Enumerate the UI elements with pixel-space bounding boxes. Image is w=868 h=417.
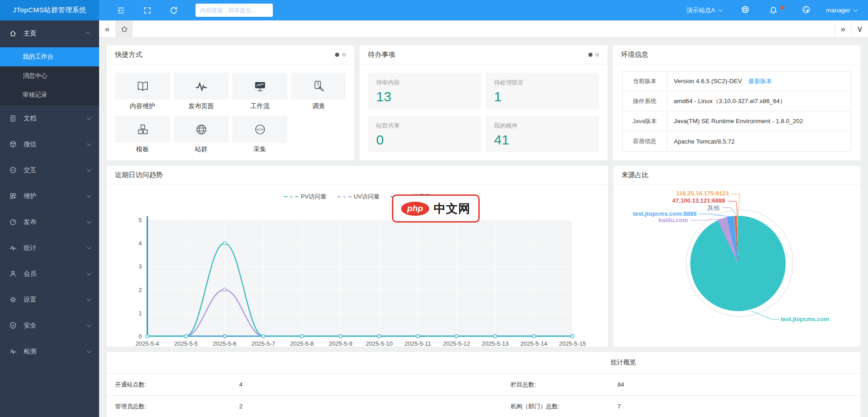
svg-text:4: 4 xyxy=(139,240,142,247)
sidebar-item-wechat[interactable]: 微信 xyxy=(0,131,99,157)
legend-label: PV访问量 xyxy=(301,193,326,201)
user-icon xyxy=(9,270,17,278)
todo-value: 1 xyxy=(494,89,591,104)
stat-value: 7 xyxy=(617,403,860,410)
sidebar-item-security[interactable]: 安全 xyxy=(0,313,99,338)
legend-item-uv[interactable]: UV访问量 xyxy=(337,192,380,201)
tabs-scroll-right-button[interactable]: » xyxy=(834,20,851,38)
comment-icon xyxy=(9,166,17,174)
environment-table: 当前版本 Version 4.6.5 (SC2)-DEV最新版本 操作系统 am… xyxy=(622,71,851,152)
notification-dot xyxy=(781,6,784,10)
sidebar-item-label: 设置 xyxy=(24,296,36,304)
pie-label: 118.25.16.175:9123 xyxy=(676,190,729,197)
refresh-button[interactable] xyxy=(169,6,178,15)
pie-chart-area: 118.25.16.175:9123 47.100.13.121:6888 其他… xyxy=(613,185,860,347)
chevron-down-icon xyxy=(87,141,91,146)
tile-label: 调查 xyxy=(291,102,346,110)
shortcut-content-maintenance[interactable]: 内容维护 xyxy=(115,73,170,110)
shortcut-collect[interactable]: 采集 xyxy=(232,116,287,154)
search-input[interactable] xyxy=(196,4,273,17)
sidebar-item-publish[interactable]: 发布 xyxy=(0,209,99,235)
sidebar-item-workbench[interactable]: 我的工作台 xyxy=(0,47,99,66)
shortcuts-title: 快捷方式 xyxy=(115,50,142,59)
chevron-down-icon xyxy=(87,167,91,172)
svg-text:2025-5-6: 2025-5-6 xyxy=(213,340,236,346)
tabs-menu-button[interactable]: ∨ xyxy=(851,20,868,38)
user-menu[interactable]: manager xyxy=(826,7,857,14)
survey-icon xyxy=(312,79,326,93)
carousel-dot[interactable] xyxy=(595,53,599,57)
trend-chart-title: 近期日访问趋势 xyxy=(115,171,163,179)
svg-text:1: 1 xyxy=(139,310,142,317)
pie-label: 47.100.13.121:6888 xyxy=(672,197,725,204)
legend-marker xyxy=(348,196,351,197)
tile-label: 发布页面 xyxy=(174,102,229,110)
theme-button[interactable] xyxy=(802,5,811,15)
todo-my-drafts[interactable]: 我的稿件41 xyxy=(486,116,599,152)
carousel-dot-active[interactable] xyxy=(335,53,339,57)
tab-home[interactable] xyxy=(115,20,133,38)
sidebar-item-label: 安全 xyxy=(24,322,36,330)
shortcut-workflow[interactable]: 工作流 xyxy=(232,73,287,110)
todo-pending-content[interactable]: 待审内容13 xyxy=(368,73,481,109)
tabs-scroll-left-button[interactable]: « xyxy=(99,20,115,38)
todo-label: 待审内容 xyxy=(376,79,473,87)
username: manager xyxy=(826,7,850,14)
boxes-icon xyxy=(136,123,150,136)
sidebar-item-interaction[interactable]: 交互 xyxy=(0,157,99,183)
environment-card: 环境信息 当前版本 Version 4.6.5 (SC2)-DEV最新版本 操作… xyxy=(613,45,860,160)
site-selector[interactable]: 演示站点A xyxy=(687,6,722,15)
stat-label: 管理员总数: xyxy=(115,402,239,411)
globe-icon xyxy=(741,5,750,14)
shortcut-sites[interactable]: 站群 xyxy=(174,116,229,154)
legend-item-pv[interactable]: PV访问量 xyxy=(284,192,326,201)
main-content: 快捷方式 内容维护 发布页面 工作流 调查 模板 站群 采集 待办事项 待审内容… xyxy=(99,38,868,417)
sidebar-item-document[interactable]: 文档 xyxy=(0,105,99,131)
language-button[interactable] xyxy=(741,5,750,15)
chevron-down-icon xyxy=(853,7,858,12)
document-icon xyxy=(9,114,17,122)
shortcut-publish-page[interactable]: 发布页面 xyxy=(174,73,229,110)
sidebar-item-settings[interactable]: 设置 xyxy=(0,287,99,313)
site-selector-label: 演示站点A xyxy=(687,6,715,15)
notifications-button[interactable] xyxy=(769,6,778,15)
sidebar-item-monitor[interactable]: 检测 xyxy=(0,338,99,364)
shortcuts-card: 快捷方式 内容维护 发布页面 工作流 调查 模板 站群 采集 xyxy=(107,45,354,160)
shortcut-template[interactable]: 模板 xyxy=(115,116,170,154)
stat-label: 开通站点数: xyxy=(115,381,239,389)
sidebar-item-member[interactable]: 会员 xyxy=(0,261,99,287)
sidebar-item-home[interactable]: 主页 xyxy=(0,20,99,46)
shortcut-survey[interactable]: 调查 xyxy=(291,73,346,110)
gear-icon xyxy=(9,296,17,303)
fullscreen-button[interactable] xyxy=(143,6,152,15)
todo-pending-messages[interactable]: 待处理留言1 xyxy=(486,73,599,109)
pie-chart-card: 来源占比 118.25.16.175:9123 47.100.13.121:68… xyxy=(613,166,860,347)
latest-version-link[interactable]: 最新版本 xyxy=(748,78,772,84)
svg-text:2025-5-15: 2025-5-15 xyxy=(559,340,586,346)
collapse-sidebar-button[interactable] xyxy=(116,6,125,15)
todo-title: 待办事项 xyxy=(368,50,395,59)
todo-site-shares[interactable]: 站群共享0 xyxy=(368,116,481,152)
pie-label: test.jtopcms.com xyxy=(781,316,829,323)
todo-card: 待办事项 待审内容13 待处理留言1 站群共享0 我的稿件41 xyxy=(360,45,607,160)
table-row: 当前版本 Version 4.6.5 (SC2)-DEV最新版本 xyxy=(622,71,851,91)
todo-label: 站群共享 xyxy=(376,122,473,130)
carousel-dot[interactable] xyxy=(342,53,346,57)
table-row: 操作系统 amd64 - Linux（3.10.0-327.el7.x86_64… xyxy=(622,91,851,111)
stat-value: 2 xyxy=(239,403,511,410)
sidebar-item-statistics[interactable]: 统计 xyxy=(0,235,99,261)
todo-value: 41 xyxy=(494,132,591,148)
stats-overview-card: 统计概览 开通站点数: 4 栏目总数: 84 管理员总数: 2 机构（部门）总数… xyxy=(107,352,860,417)
todo-label: 我的稿件 xyxy=(494,122,591,130)
code-icon xyxy=(253,123,267,136)
legend-marker xyxy=(295,196,298,197)
sidebar: 主页 我的工作台 消息中心 审核记录 文档 微信 交互 维护 发布 统计 会员 … xyxy=(0,20,99,417)
carousel-dot-active[interactable] xyxy=(588,53,592,57)
table-row: 管理员总数: 2 机构（部门）总数: 7 xyxy=(107,396,860,417)
sidebar-item-audit-log[interactable]: 审核记录 xyxy=(0,85,99,104)
table-row: Java版本 Java(TM) SE Runtime Environment -… xyxy=(622,111,851,131)
sidebar-item-maintenance[interactable]: 维护 xyxy=(0,183,99,209)
table-row: 容器信息 Apache Tomcat/8.5.72 xyxy=(622,131,851,151)
sidebar-item-message-center[interactable]: 消息中心 xyxy=(0,66,99,85)
tabbar: « » ∨ xyxy=(99,20,868,38)
